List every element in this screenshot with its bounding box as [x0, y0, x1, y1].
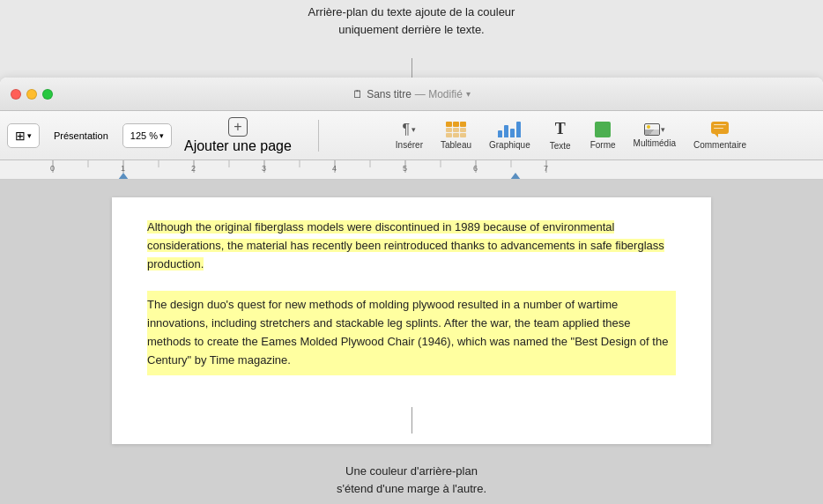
add-page-button[interactable]: + Ajouter une page: [179, 115, 297, 156]
title-modified: — Modifié: [415, 88, 463, 100]
svg-text:2: 2: [191, 164, 196, 173]
paragraph-2: The design duo's quest for new methods o…: [147, 291, 676, 374]
toolbar-separator-1: [318, 120, 319, 152]
plus-icon: +: [228, 117, 248, 137]
annotation-bottom: Une couleur d'arrière-plan s'étend d'une…: [0, 463, 823, 497]
window-title: 🗒 Sans titre — Modifié ▾: [352, 88, 471, 100]
maximize-button[interactable]: [42, 89, 53, 100]
highlighted-paragraph-1: Although the original fiberglass models …: [147, 220, 664, 271]
document-area: Although the original fiberglass models …: [0, 180, 823, 504]
comment-button[interactable]: Commentaire: [686, 118, 753, 153]
media-button[interactable]: ▾ Multimédia: [627, 120, 683, 152]
title-text: Sans titre: [367, 88, 412, 100]
shape-icon: [595, 122, 611, 137]
annotation-top-line2: uniquement derrière le texte.: [0, 21, 823, 39]
title-chevron[interactable]: ▾: [466, 89, 471, 99]
svg-text:5: 5: [403, 164, 407, 173]
annotation-bottom-line2: s'étend d'une marge à l'autre.: [0, 480, 823, 498]
presentation-button[interactable]: ⊞ ▾: [7, 123, 40, 148]
svg-text:0: 0: [50, 164, 55, 173]
svg-text:1: 1: [121, 164, 125, 173]
paragraph-icon: ¶: [403, 122, 411, 137]
text-button[interactable]: T Texte: [541, 116, 580, 154]
presentation-icon: ⊞: [15, 129, 26, 143]
toolbar-right: ¶ ▾ Insérer: [326, 116, 816, 154]
titlebar: 🗒 Sans titre — Modifié ▾: [0, 78, 823, 111]
insert-label: Insérer: [396, 140, 423, 150]
svg-text:6: 6: [473, 164, 478, 173]
toolbar: ⊞ ▾ Présentation 125 % ▾ + Ajouter une p…: [0, 111, 823, 160]
svg-text:3: 3: [262, 164, 266, 173]
text-icon: T: [555, 120, 566, 138]
chart-button[interactable]: Graphique: [482, 118, 538, 153]
add-page-label: Ajouter une page: [184, 138, 292, 154]
zoom-button[interactable]: 125 % ▾: [122, 123, 172, 148]
callout-line-bottom: [412, 407, 412, 434]
annotation-bottom-line1: Une couleur d'arrière-plan: [0, 463, 823, 480]
svg-text:7: 7: [544, 164, 548, 173]
ruler-marker-right[interactable]: [510, 173, 521, 180]
media-label: Multimédia: [634, 138, 676, 148]
annotation-top: Arrière-plan du texte ajoute de la coule…: [0, 4, 823, 38]
media-chevron-icon: ▾: [661, 125, 665, 134]
annotation-top-line1: Arrière-plan du texte ajoute de la coule…: [0, 4, 823, 21]
insert-chevron-icon: ▾: [412, 125, 416, 134]
app-window: 🗒 Sans titre — Modifié ▾ ⊞ ▾ Présentatio…: [0, 78, 823, 504]
zoom-value: 125 %: [130, 130, 158, 141]
table-button[interactable]: Tableau: [434, 118, 478, 153]
close-button[interactable]: [11, 89, 21, 100]
minimize-button[interactable]: [26, 89, 37, 100]
ruler: 0 1 2 3 4 5 6 7: [0, 160, 823, 180]
title-icon: 🗒: [352, 88, 363, 100]
presentation-label[interactable]: Présentation: [47, 127, 115, 145]
ruler-svg: 0 1 2 3 4 5 6 7: [0, 160, 823, 180]
paragraph-1: Although the original fiberglass models …: [147, 219, 676, 273]
ruler-marker-left[interactable]: [118, 173, 129, 180]
insert-button[interactable]: ¶ ▾ Insérer: [389, 118, 430, 153]
comment-label: Commentaire: [693, 140, 746, 150]
text-label: Texte: [550, 141, 571, 151]
toolbar-left: ⊞ ▾ Présentation 125 % ▾ + Ajouter une p…: [7, 115, 297, 156]
shape-button[interactable]: Forme: [583, 118, 623, 153]
chevron-icon: ▾: [27, 131, 32, 140]
svg-text:4: 4: [332, 164, 337, 173]
chart-label: Graphique: [489, 140, 530, 150]
table-label: Tableau: [441, 140, 471, 150]
shape-label: Forme: [590, 140, 616, 150]
traffic-lights: [11, 89, 53, 100]
zoom-chevron-icon: ▾: [159, 131, 164, 140]
highlighted-paragraph-2: The design duo's quest for new methods o…: [147, 291, 676, 374]
